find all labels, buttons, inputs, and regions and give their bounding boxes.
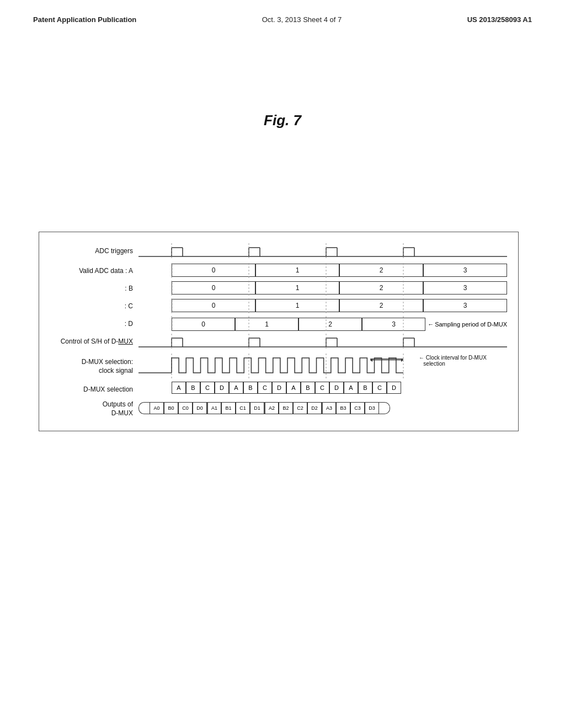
dmux-out-9: B2 [279, 402, 293, 414]
dmux-out-0: A0 [150, 402, 164, 414]
dmux-output-cells: A0B0C0D0A1B1C1D1A2B2C2D2A3B3C3D3 [150, 402, 379, 414]
dmux-outputs-row: Outputs ofD-MUX A0B0C0D0A1B1C1D1A2B2C2D2… [50, 400, 507, 417]
dmux-sel-0: A [172, 382, 186, 394]
output-right-bracket [379, 402, 390, 414]
adc-triggers-row: ADC triggers [50, 243, 507, 260]
timing-diagram-container: ADC triggers [39, 232, 519, 431]
adc-data-d-waveform [138, 316, 507, 333]
adc-data-d-signal: 0 1 2 3 ← Sampling period of D-MUX [138, 316, 507, 333]
dmux-sel-15: D [387, 382, 401, 394]
dmux-out-12: A3 [322, 402, 336, 414]
dmux-sel-11: D [329, 382, 344, 394]
dmux-out-5: B1 [221, 402, 236, 414]
adc-data-a-label: Valid ADC data : A [50, 267, 138, 276]
adc-data-c-waveform [138, 298, 507, 315]
dmux-outputs-label: Outputs ofD-MUX [50, 400, 138, 417]
dmux-sel-3: D [215, 382, 229, 394]
dmux-sel-7: D [272, 382, 286, 394]
adc-triggers-label: ADC triggers [50, 247, 138, 256]
dmux-sel-14: C [372, 382, 387, 394]
dmux-out-8: A2 [264, 402, 279, 414]
dmux-sel-5: B [243, 382, 258, 394]
figure-title: Fig. 7 [0, 112, 565, 129]
dmux-sel-4: A [229, 382, 243, 394]
adc-data-b-label: : B [50, 285, 138, 293]
dmux-sel-8: A [286, 382, 301, 394]
dmux-out-15: D3 [365, 402, 379, 414]
dmux-out-10: C2 [293, 402, 307, 414]
dmux-clock-row: D-MUX selection:clock signal // Will be … [50, 354, 507, 378]
dmux-out-3: D0 [193, 402, 207, 414]
output-left-bracket [138, 402, 150, 414]
dmux-clock-label: D-MUX selection:clock signal [50, 354, 138, 375]
adc-data-c-row: : C 0 1 2 3 [50, 298, 507, 315]
adc-data-a-row: Valid ADC data : A 0 1 2 3 [50, 263, 507, 280]
header-center: Oct. 3, 2013 Sheet 4 of 7 [262, 15, 342, 24]
dmux-out-1: B0 [164, 402, 178, 414]
dmux-out-6: C1 [236, 402, 250, 414]
adc-triggers-signal [138, 243, 507, 260]
dmux-sel-13: B [358, 382, 372, 394]
dmux-selection-cells: ABCDABCDABCDABCD [172, 382, 401, 395]
adc-data-b-row: : B 0 1 2 3 [50, 281, 507, 297]
clock-interval-annotation: ← Clock interval for D-MUX selection [419, 355, 507, 367]
control-sh-signal [138, 334, 507, 350]
adc-data-b-signal: 0 1 2 3 [138, 281, 507, 297]
page-header: Patent Application Publication Oct. 3, 2… [0, 0, 565, 24]
header-right: US 2013/258093 A1 [467, 15, 532, 24]
svg-marker-59 [401, 358, 403, 362]
adc-triggers-waveform [138, 243, 507, 260]
dmux-clock-signal: // Will be generated via JS below [138, 354, 507, 378]
adc-data-b-waveform [138, 281, 507, 297]
adc-data-d-row: : D 0 1 2 3 [50, 316, 507, 333]
timing-diagram: ADC triggers [50, 243, 507, 417]
adc-data-c-label: : C [50, 302, 138, 311]
adc-data-d-label: : D [50, 320, 138, 329]
adc-data-a-signal: 0 1 2 3 [138, 263, 507, 280]
header-left: Patent Application Publication [33, 15, 136, 24]
dmux-sel-10: C [315, 382, 329, 394]
control-sh-label: Control of S/H of D-MUX [50, 338, 138, 346]
dmux-out-4: A1 [207, 402, 221, 414]
dmux-out-2: C0 [178, 402, 193, 414]
dmux-out-14: C3 [350, 402, 365, 414]
dmux-sel-6: C [258, 382, 272, 394]
svg-marker-60 [370, 358, 372, 362]
dmux-sel-12: A [344, 382, 358, 394]
dmux-out-11: D2 [307, 402, 322, 414]
dmux-sel-2: C [200, 382, 215, 394]
control-sh-waveform [138, 334, 507, 350]
dmux-out-13: B3 [336, 402, 350, 414]
adc-data-c-signal: 0 1 2 3 [138, 298, 507, 315]
dmux-out-7: D1 [250, 402, 264, 414]
dmux-sel-9: B [301, 382, 315, 394]
dmux-selection-signal: ABCDABCDABCDABCD [138, 382, 507, 398]
adc-data-a-waveform [138, 263, 507, 280]
dmux-outputs-signal: A0B0C0D0A1B1C1D1A2B2C2D2A3B3C3D3 [138, 401, 507, 417]
control-sh-row: Control of S/H of D-MUX [50, 334, 507, 350]
dmux-sel-1: B [186, 382, 200, 394]
dmux-selection-row: D-MUX selection ABCDABCDABCDABCD [50, 382, 507, 398]
dmux-selection-label: D-MUX selection [50, 386, 138, 394]
